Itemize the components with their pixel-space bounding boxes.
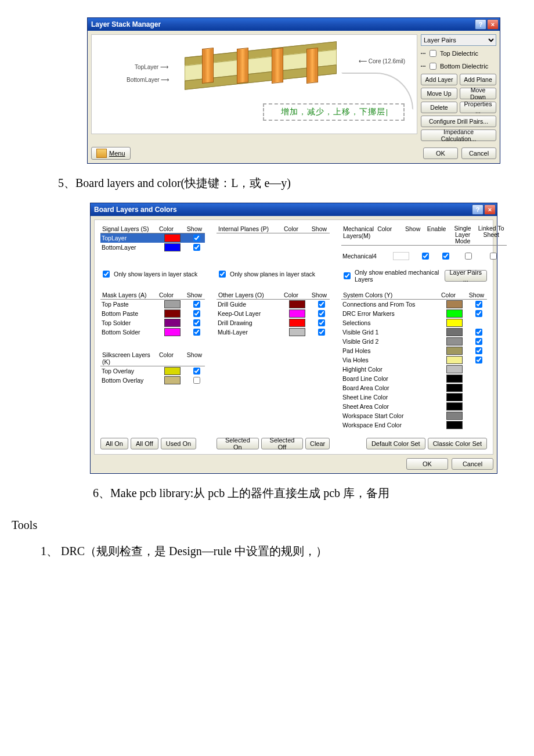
top-dielectric-toggle[interactable]: Top Dielectric <box>421 48 496 59</box>
enable-checkbox[interactable] <box>442 253 449 260</box>
delete-button[interactable]: Delete <box>421 102 457 113</box>
list-item[interactable]: Via Holes <box>341 355 487 365</box>
show-checkbox[interactable] <box>193 235 200 242</box>
layer-pairs-combo[interactable]: Layer Pairs <box>421 34 496 46</box>
list-item[interactable]: Visible Grid 1 <box>341 327 487 337</box>
color-swatch[interactable] <box>446 300 463 308</box>
all-off-button[interactable]: All Off <box>131 438 158 449</box>
show-checkbox[interactable] <box>475 329 482 336</box>
ok-button[interactable]: OK <box>406 458 448 470</box>
show-checkbox[interactable] <box>475 338 482 345</box>
show-checkbox[interactable] <box>318 301 325 308</box>
list-item[interactable]: Drill Drawing <box>217 318 330 327</box>
list-item[interactable]: Board Area Color <box>341 383 487 393</box>
list-item[interactable]: Sheet Area Color <box>341 402 487 411</box>
help-button[interactable] <box>472 204 484 215</box>
show-checkbox[interactable] <box>475 357 482 363</box>
list-item[interactable]: Top Solder <box>100 318 205 327</box>
color-swatch[interactable] <box>164 309 181 318</box>
layer-pairs-button[interactable]: Layer Pairs ... <box>445 270 487 282</box>
show-checkbox[interactable] <box>475 347 482 354</box>
menu-button[interactable]: Menu <box>91 147 131 160</box>
show-checkbox[interactable] <box>475 310 482 317</box>
list-item[interactable]: Workspace Start Color <box>341 411 487 420</box>
move-up-button[interactable]: Move Up <box>421 88 457 99</box>
classic-color-set-button[interactable]: Classic Color Set <box>428 438 487 449</box>
selected-on-button[interactable]: Selected On <box>217 438 259 449</box>
list-item[interactable]: Connections and From Tos <box>341 300 487 309</box>
linked-to-sheet-checkbox[interactable] <box>490 253 497 260</box>
color-swatch[interactable] <box>446 393 463 401</box>
list-item[interactable]: Mechanical4 <box>341 251 507 261</box>
list-item[interactable]: BottomLayer <box>100 243 205 252</box>
color-swatch[interactable] <box>446 309 463 318</box>
color-swatch[interactable] <box>289 309 305 318</box>
color-swatch[interactable] <box>446 337 463 345</box>
list-item[interactable]: Bottom Paste <box>100 309 205 318</box>
list-item[interactable]: Keep-Out Layer <box>217 309 330 318</box>
show-checkbox[interactable] <box>193 244 200 251</box>
all-on-button[interactable]: All On <box>100 438 128 449</box>
show-checkbox[interactable] <box>318 319 325 326</box>
bottom-dielectric-toggle[interactable]: Bottom Dielectric <box>421 61 496 71</box>
only-show-planes-checkbox[interactable]: Only show planes in layer stack <box>217 269 330 279</box>
clear-button[interactable]: Clear <box>305 438 330 449</box>
properties-button[interactable]: Properties ... <box>460 102 496 113</box>
titlebar[interactable]: Board Layers and Colors × <box>91 203 497 216</box>
show-checkbox[interactable] <box>193 377 200 384</box>
list-item[interactable]: DRC Error Markers <box>341 309 487 318</box>
list-item[interactable]: Visible Grid 2 <box>341 337 487 346</box>
color-swatch[interactable] <box>446 402 463 411</box>
color-swatch[interactable] <box>446 356 463 364</box>
color-swatch[interactable] <box>289 319 305 327</box>
help-button[interactable] <box>475 19 486 30</box>
color-swatch[interactable] <box>164 319 181 327</box>
only-show-mechanical-checkbox[interactable]: Only show enabled mechanical Layers <box>341 269 445 283</box>
color-swatch[interactable] <box>164 243 181 251</box>
list-item[interactable]: Bottom Solder <box>100 327 205 337</box>
list-item[interactable]: Selections <box>341 318 487 327</box>
list-item[interactable]: Drill Guide <box>217 300 330 309</box>
add-layer-button[interactable]: Add Layer <box>421 74 457 85</box>
color-swatch[interactable] <box>289 300 305 308</box>
move-down-button[interactable]: Move Down <box>460 88 496 99</box>
show-checkbox[interactable] <box>475 301 482 308</box>
color-swatch[interactable] <box>446 365 463 373</box>
show-checkbox[interactable] <box>318 329 325 336</box>
list-item[interactable]: Top Overlay <box>100 366 205 376</box>
add-plane-button[interactable]: Add Plane <box>460 74 496 85</box>
show-checkbox[interactable] <box>193 310 200 317</box>
color-swatch[interactable] <box>446 384 463 392</box>
color-swatch[interactable] <box>446 412 463 420</box>
selected-off-button[interactable]: Selected Off <box>261 438 304 449</box>
cancel-button[interactable]: Cancel <box>461 147 496 159</box>
single-layer-checkbox[interactable] <box>465 253 472 260</box>
titlebar[interactable]: Layer Stack Manager × <box>88 18 500 31</box>
show-checkbox[interactable] <box>318 310 325 317</box>
close-button[interactable]: × <box>484 204 496 215</box>
color-swatch[interactable] <box>289 328 305 336</box>
color-swatch[interactable] <box>164 376 181 384</box>
color-swatch[interactable] <box>164 367 181 375</box>
color-swatch[interactable] <box>446 347 463 355</box>
list-item[interactable]: Pad Holes <box>341 346 487 355</box>
show-checkbox[interactable] <box>193 301 200 308</box>
list-item[interactable]: Sheet Line Color <box>341 393 487 402</box>
default-color-set-button[interactable]: Default Color Set <box>366 438 425 449</box>
color-swatch[interactable] <box>446 375 463 383</box>
color-swatch[interactable] <box>164 234 181 242</box>
list-item[interactable]: Bottom Overlay <box>100 376 205 385</box>
color-swatch[interactable] <box>446 328 463 336</box>
show-checkbox[interactable] <box>193 319 200 326</box>
show-checkbox[interactable] <box>422 253 429 260</box>
list-item[interactable]: Highlight Color <box>341 365 487 374</box>
impedance-calculation-button[interactable]: Impedance Calculation... <box>421 129 496 141</box>
color-swatch[interactable] <box>446 421 463 429</box>
used-on-button[interactable]: Used On <box>161 438 196 449</box>
configure-drill-pairs-button[interactable]: Configure Drill Pairs... <box>421 116 496 127</box>
show-checkbox[interactable] <box>193 368 200 375</box>
color-swatch[interactable] <box>164 328 181 336</box>
color-swatch[interactable] <box>446 319 463 327</box>
cancel-button[interactable]: Cancel <box>452 458 493 470</box>
show-checkbox[interactable] <box>193 329 200 336</box>
